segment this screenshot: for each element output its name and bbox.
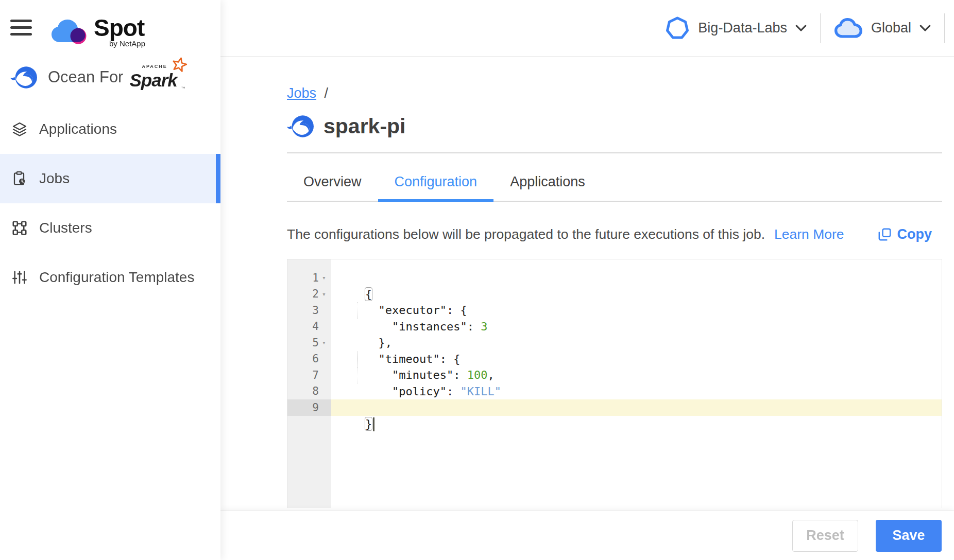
apache-spark-logo: APACHE Spark ™ bbox=[129, 63, 183, 92]
copy-button[interactable]: Copy bbox=[878, 226, 932, 242]
brand-name: Spot bbox=[94, 18, 145, 38]
code-line[interactable]: "executor": { bbox=[331, 286, 942, 303]
json-config-editor[interactable]: 1 ▾ 2 ▾ 3 ▾ 4 ▾ 5 ▾ 6 ▾ 7 ▾ 8 ▾ 9 ▾ { "e… bbox=[287, 259, 942, 508]
sidebar-nav: Applications Jobs bbox=[0, 104, 220, 302]
title-divider bbox=[287, 152, 942, 153]
editor-gutter: 1 ▾ 2 ▾ 3 ▾ 4 ▾ 5 ▾ 6 ▾ 7 ▾ 8 ▾ 9 ▾ bbox=[287, 259, 331, 508]
gutter-line[interactable]: 6 ▾ bbox=[287, 351, 331, 367]
title-row: spark-pi bbox=[287, 113, 942, 140]
code-line[interactable]: } bbox=[331, 383, 942, 400]
breadcrumb-separator: / bbox=[325, 85, 329, 101]
gutter-line[interactable]: 5 ▾ bbox=[287, 335, 331, 351]
code-line[interactable]: }, bbox=[331, 319, 942, 335]
code-line[interactable]: } bbox=[331, 399, 942, 416]
code-line[interactable]: { bbox=[331, 270, 942, 286]
code-line[interactable]: "timeout": { bbox=[331, 335, 942, 351]
gutter-line[interactable]: 4 ▾ bbox=[287, 319, 331, 335]
line-number: 7 bbox=[312, 369, 319, 381]
gutter-line[interactable]: 7 ▾ bbox=[287, 367, 331, 383]
reset-button[interactable]: Reset bbox=[792, 520, 858, 552]
cluster-icon bbox=[11, 220, 28, 236]
header-divider bbox=[944, 13, 945, 43]
sidebar-item-configuration-templates[interactable]: Configuration Templates bbox=[0, 253, 220, 302]
spot-logo: Spot by NetApp bbox=[49, 18, 145, 48]
spot-cloud-icon bbox=[49, 18, 90, 46]
save-button[interactable]: Save bbox=[876, 520, 942, 552]
gutter-line[interactable]: 9 ▾ bbox=[287, 399, 331, 416]
brand-row: Spot by NetApp bbox=[0, 0, 220, 48]
scope-selector[interactable]: Global bbox=[834, 18, 931, 39]
product-logo-row[interactable]: Ocean For APACHE Spark ™ bbox=[0, 57, 220, 97]
chevron-down-icon bbox=[919, 25, 931, 31]
copy-label: Copy bbox=[897, 226, 932, 242]
line-number: 6 bbox=[312, 353, 319, 365]
sidebar-item-jobs[interactable]: Jobs bbox=[0, 154, 220, 203]
copy-icon bbox=[878, 227, 892, 241]
main-content: Jobs / spark-pi Overview Configuration A… bbox=[220, 57, 954, 508]
breadcrumb-jobs-link[interactable]: Jobs bbox=[287, 85, 316, 101]
spark-trademark: ™ bbox=[181, 86, 185, 91]
gutter-line[interactable]: 3 ▾ bbox=[287, 302, 331, 319]
product-name: Ocean For bbox=[48, 68, 123, 86]
text-cursor bbox=[373, 417, 374, 431]
fold-arrow-icon[interactable]: ▾ bbox=[319, 274, 329, 282]
description-text: The configurations below will be propaga… bbox=[287, 226, 765, 242]
line-number: 4 bbox=[312, 320, 319, 332]
org-heptagon-icon bbox=[665, 16, 690, 41]
clipboard-clock-icon bbox=[11, 170, 28, 187]
line-number: 3 bbox=[312, 304, 319, 317]
gutter-line[interactable]: 2 ▾ bbox=[287, 286, 331, 303]
gutter-line[interactable]: 1 ▾ bbox=[287, 270, 331, 286]
sidebar-item-label: Jobs bbox=[39, 170, 70, 187]
layers-icon bbox=[11, 121, 28, 137]
learn-more-link[interactable]: Learn More bbox=[774, 226, 844, 242]
sidebar-item-label: Applications bbox=[39, 121, 117, 137]
brand-byline: by NetApp bbox=[109, 39, 145, 48]
line-number: 1 bbox=[312, 272, 319, 284]
editor-code-area[interactable]: { "executor": { "instances": 3 }, "timeo… bbox=[331, 259, 942, 508]
sidebar-item-label: Clusters bbox=[39, 220, 92, 236]
code-token-bracket: } bbox=[365, 417, 372, 431]
line-number: 8 bbox=[312, 385, 319, 397]
org-selector[interactable]: Big-Data-Labs bbox=[665, 16, 807, 41]
cloud-icon bbox=[834, 18, 863, 39]
spark-wordmark: Spark bbox=[129, 70, 177, 91]
action-footer: Reset Save bbox=[220, 511, 954, 560]
description-row: The configurations below will be propaga… bbox=[287, 226, 942, 242]
sidebar: Spot by NetApp Ocean For APACHE Spark ™ bbox=[0, 0, 220, 560]
tab-configuration[interactable]: Configuration bbox=[378, 174, 494, 201]
sidebar-item-clusters[interactable]: Clusters bbox=[0, 203, 220, 253]
top-bar: Big-Data-Labs Global bbox=[220, 0, 954, 57]
sidebar-item-applications[interactable]: Applications bbox=[0, 104, 220, 154]
hamburger-menu-icon[interactable] bbox=[10, 20, 32, 37]
gutter-line[interactable]: 8 ▾ bbox=[287, 383, 331, 400]
breadcrumb: Jobs / bbox=[287, 85, 942, 101]
header-divider bbox=[820, 13, 821, 43]
line-number: 5 bbox=[312, 337, 319, 349]
code-line[interactable]: "policy": "KILL" bbox=[331, 367, 942, 383]
line-number: 2 bbox=[312, 288, 319, 300]
code-line[interactable]: "minutes": 100, bbox=[331, 351, 942, 367]
tab-bar: Overview Configuration Applications bbox=[287, 174, 942, 202]
fold-arrow-icon[interactable]: ▾ bbox=[319, 339, 329, 346]
org-label: Big-Data-Labs bbox=[698, 20, 787, 36]
sliders-icon bbox=[11, 269, 28, 286]
apache-label: APACHE bbox=[142, 64, 167, 69]
fold-arrow-icon[interactable]: ▾ bbox=[319, 290, 329, 298]
line-number: 9 bbox=[312, 401, 319, 414]
chevron-down-icon bbox=[795, 25, 807, 31]
job-wave-icon bbox=[287, 113, 314, 140]
page-title: spark-pi bbox=[323, 114, 406, 138]
scope-label: Global bbox=[871, 20, 911, 36]
code-line[interactable]: "instances": 3 bbox=[331, 302, 942, 319]
tab-overview[interactable]: Overview bbox=[287, 174, 378, 201]
tab-applications[interactable]: Applications bbox=[493, 174, 602, 201]
ocean-wave-icon bbox=[10, 64, 38, 91]
sidebar-item-label: Configuration Templates bbox=[39, 269, 194, 286]
